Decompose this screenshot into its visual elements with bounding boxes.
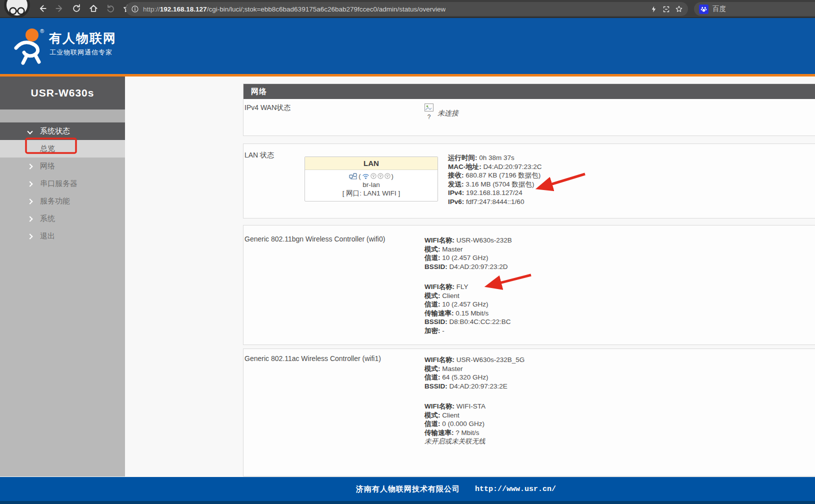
forward-arrow-icon: [54, 4, 64, 14]
stat-value: USR-W630s-232B: [454, 236, 512, 244]
lan-ports: [ 网口: LAN1 WIFI ]: [305, 189, 438, 198]
wifi1-master-stats: WIFI名称: USR-W630s-232B_5G模式: Master信道: 6…: [424, 356, 524, 390]
sidebar-item[interactable]: 服务功能: [0, 192, 125, 210]
footer-url[interactable]: http://www.usr.cn/: [475, 485, 556, 494]
info-icon[interactable]: [131, 5, 139, 13]
stat-key: 信道:: [424, 300, 440, 308]
stat-key: WIFI名称:: [424, 236, 454, 244]
stat-value: 3.16 MB (5704 数据包): [464, 180, 534, 188]
back-arrow-icon: [38, 4, 48, 14]
stat-value: -: [440, 327, 444, 334]
stat-key: WIFI名称:: [424, 283, 454, 290]
stat-line: BSSID: D8:B0:4C:CC:22:BC: [424, 318, 512, 326]
sidebar-item-label: 网络: [40, 162, 55, 171]
lightning-extension-icon[interactable]: [650, 6, 658, 13]
lan-card-title: LAN: [305, 157, 438, 170]
stat-key: 模式:: [424, 246, 440, 253]
url-path: /cgi-bin/luci/;stok=ebb8c6bad639175a6c26…: [207, 6, 446, 13]
stat-value: D8:B0:4C:CC:22:BC: [448, 318, 511, 326]
stat-key: 模式:: [424, 412, 440, 419]
lan-interface-icons: ( ): [305, 172, 438, 180]
lan-section: LAN 状态 LAN ( ) br-lan [ 网口: LAN1 WIFI ] …: [243, 144, 815, 218]
screenshot-extension-icon[interactable]: [662, 6, 670, 13]
stat-key: BSSID:: [424, 382, 448, 390]
sidebar: USR-W630s 系统状态 总览 网络串口服务器服务功能系统退出: [0, 76, 125, 476]
stat-value: D4:AD:20:97:23:2D: [448, 263, 508, 270]
stat-line: 信道: 10 (2.457 GHz): [424, 254, 512, 262]
sidebar-item-label: 系统: [40, 214, 55, 224]
undo-button[interactable]: [104, 2, 117, 15]
stat-value: FLY: [454, 283, 468, 290]
home-button[interactable]: [87, 2, 100, 15]
baidu-logo-icon: [699, 4, 708, 14]
incognito-glasses-icon: [8, 6, 26, 16]
stat-key: IPv4:: [448, 189, 464, 196]
lan-stats: 运行时间: 0h 38m 37sMAC-地址: D4:AD:20:97:23:2…: [448, 154, 542, 206]
stat-key: 运行时间:: [448, 154, 478, 162]
lan-interface-card[interactable]: LAN ( ) br-lan [ 网口: LAN1 WIFI ]: [304, 156, 438, 202]
stat-value: 64 (5.320 GHz): [440, 374, 488, 381]
baidu-search-box[interactable]: 百度: [694, 2, 815, 16]
stat-value: WIFI-STA: [454, 402, 486, 410]
chevron-right-icon: [27, 164, 32, 169]
section-header: 网络: [244, 84, 815, 99]
stat-key: BSSID:: [424, 318, 448, 326]
sidebar-group-system-status[interactable]: 系统状态: [0, 122, 125, 140]
stat-key: WIFI名称:: [424, 356, 454, 364]
lan-status-label: LAN 状态: [244, 151, 274, 160]
address-bar[interactable]: http://192.168.18.127/cgi-bin/luci/;stok…: [126, 2, 688, 16]
sidebar-item[interactable]: 网络: [0, 158, 125, 175]
stat-line: 模式: Master: [424, 245, 512, 254]
stat-value: 0.15 Mbit/s: [454, 310, 489, 317]
brand-title: 有人物联网: [49, 30, 116, 46]
bookmark-star-icon[interactable]: [675, 5, 683, 13]
sidebar-item-label: 服务功能: [40, 196, 70, 206]
wifi1-controller-label: Generic 802.11ac Wireless Controller (wi…: [244, 354, 381, 362]
footer: 济南有人物联网技术有限公司 http://www.usr.cn/: [0, 477, 815, 501]
url-scheme: http://: [143, 6, 160, 13]
stat-key: 模式:: [424, 292, 440, 300]
wifi-client-icon: [378, 173, 384, 179]
sidebar-item[interactable]: 系统: [0, 210, 125, 228]
stat-line: WIFI名称: FLY: [424, 282, 512, 292]
reload-button[interactable]: [70, 2, 83, 15]
wifi0-client-stats: WIFI名称: FLY模式: Client信道: 10 (2.457 GHz)传…: [424, 282, 512, 335]
sidebar-item-label: 退出: [40, 232, 55, 241]
url-text: http://192.168.18.127/cgi-bin/luci/;stok…: [143, 6, 446, 13]
sidebar-group-label: 系统状态: [40, 126, 70, 136]
stat-line: WIFI名称: WIFI-STA: [424, 402, 524, 411]
stat-line: WIFI名称: USR-W630s-232B: [424, 236, 512, 245]
stat-key: 发送:: [448, 180, 464, 188]
stat-key: 模式:: [424, 365, 440, 372]
wifi-client-icon: [370, 173, 376, 179]
network-section: 网络 IPv4 WAN状态 ? 未连接: [243, 84, 815, 136]
stat-value: 10 (2.457 GHz): [440, 300, 488, 308]
stat-line: 信道: 0 (0.000 GHz): [424, 420, 524, 428]
stat-line: WIFI名称: USR-W630s-232B_5G: [424, 356, 524, 364]
stat-value: Master: [440, 246, 463, 253]
sidebar-item[interactable]: 串口服务器: [0, 175, 125, 192]
stat-value: 0 (0.000 GHz): [440, 420, 485, 428]
sidebar-item-overview-active[interactable]: 总览: [0, 140, 125, 158]
chevron-down-icon: [27, 128, 32, 134]
wan-status: ? 未连接: [424, 104, 458, 120]
stat-value: 192.168.18.127/24: [464, 189, 522, 196]
stat-line: 模式: Client: [424, 292, 512, 300]
stat-line: 接收: 680.87 KB (7196 数据包): [448, 171, 542, 180]
url-host: 192.168.18.127: [160, 6, 207, 13]
stat-value: fdf7:247:8444::1/60: [464, 198, 524, 206]
forward-button[interactable]: [53, 2, 66, 15]
sidebar-item[interactable]: 退出: [0, 228, 125, 245]
stat-line: 模式: Client: [424, 411, 524, 420]
wifi0-controller-label: Generic 802.11bgn Wireless Controller (w…: [244, 235, 385, 243]
stat-line: 发送: 3.16 MB (5704 数据包): [448, 180, 542, 189]
back-button[interactable]: [36, 2, 49, 15]
wifi1-client-stats: WIFI名称: WIFI-STA模式: Client信道: 0 (0.000 G…: [424, 402, 524, 446]
stat-line: BSSID: D4:AD:20:97:23:2D: [424, 262, 512, 272]
stat-line: 运行时间: 0h 38m 37s: [448, 154, 542, 162]
stat-key: 信道:: [424, 254, 440, 262]
stat-key: MAC-地址:: [448, 163, 482, 170]
sidebar-spacer: [0, 110, 125, 122]
brand-tagline: 工业物联网通信专家: [50, 48, 112, 57]
stat-key: 信道:: [424, 374, 440, 381]
